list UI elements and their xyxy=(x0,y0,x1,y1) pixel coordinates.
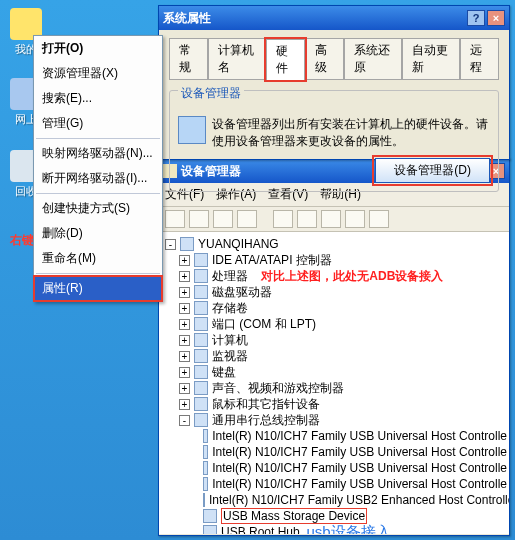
menu-separator xyxy=(36,193,160,194)
toolbar-button[interactable] xyxy=(189,210,209,228)
toolbar-button[interactable] xyxy=(165,210,185,228)
annotation: usb设备接入 xyxy=(306,523,390,535)
tree-item[interactable]: Intel(R) N10/ICH7 Family USB2 Enhanced H… xyxy=(161,492,507,508)
menu-explorer[interactable]: 资源管理器(X) xyxy=(34,61,162,86)
tree-item[interactable]: USB Root Hub usb设备接入 xyxy=(161,524,507,534)
controller-icon xyxy=(194,253,208,267)
titlebar[interactable]: 系统属性 ? × xyxy=(159,6,509,30)
tree-label: 通用串行总线控制器 xyxy=(212,412,320,429)
tree-item[interactable]: Intel(R) N10/ICH7 Family USB Universal H… xyxy=(161,460,507,476)
menu-open[interactable]: 打开(O) xyxy=(34,36,162,61)
group-title: 设备管理器 xyxy=(178,85,244,102)
tree-label: USB Root Hub xyxy=(221,525,300,534)
menu-separator xyxy=(36,138,160,139)
cpu-icon xyxy=(194,269,208,283)
tab-auto-update[interactable]: 自动更新 xyxy=(402,38,460,79)
tree-label: Intel(R) N10/ICH7 Family USB2 Enhanced H… xyxy=(209,493,509,507)
toolbar-button[interactable] xyxy=(345,210,365,228)
expand-icon[interactable]: + xyxy=(179,399,190,410)
tree-item[interactable]: Intel(R) N10/ICH7 Family USB Universal H… xyxy=(161,476,507,492)
close-button[interactable]: × xyxy=(487,10,505,26)
tab-computer-name[interactable]: 计算机名 xyxy=(208,38,266,79)
tree-category[interactable]: +存储卷 xyxy=(161,300,507,316)
tree-label: 磁盘驱动器 xyxy=(212,284,272,301)
usb-device-icon xyxy=(203,509,217,523)
tree-category[interactable]: +声音、视频和游戏控制器 xyxy=(161,380,507,396)
tree-item[interactable]: Intel(R) N10/ICH7 Family USB Universal H… xyxy=(161,444,507,460)
toolbar-button[interactable] xyxy=(213,210,233,228)
menu-create-shortcut[interactable]: 创建快捷方式(S) xyxy=(34,196,162,221)
tree-category[interactable]: +磁盘驱动器 xyxy=(161,284,507,300)
tree-category[interactable]: -通用串行总线控制器 xyxy=(161,412,507,428)
tree-label: 存储卷 xyxy=(212,300,248,317)
expand-icon[interactable]: + xyxy=(179,255,190,266)
tree-label: IDE ATA/ATAPI 控制器 xyxy=(212,252,332,269)
tree-label: 鼠标和其它指针设备 xyxy=(212,396,320,413)
toolbar-button[interactable] xyxy=(237,210,257,228)
tab-remote[interactable]: 远程 xyxy=(460,38,499,79)
tree-label: 键盘 xyxy=(212,364,236,381)
toolbar-button[interactable] xyxy=(273,210,293,228)
tree-root[interactable]: -YUANQIHANG xyxy=(161,236,507,252)
usb-device-icon xyxy=(203,461,208,475)
help-button[interactable]: ? xyxy=(467,10,485,26)
collapse-icon[interactable]: - xyxy=(165,239,176,250)
tree-label: 声音、视频和游戏控制器 xyxy=(212,380,344,397)
toolbar xyxy=(159,207,509,232)
keyboard-icon xyxy=(194,365,208,379)
port-icon xyxy=(194,317,208,331)
menu-manage[interactable]: 管理(G) xyxy=(34,111,162,136)
toolbar-button[interactable] xyxy=(297,210,317,228)
tree-label: 端口 (COM 和 LPT) xyxy=(212,316,316,333)
tree-label: 处理器 xyxy=(212,268,248,285)
device-tree[interactable]: -YUANQIHANG +IDE ATA/ATAPI 控制器 +处理器 对比上述… xyxy=(159,232,509,534)
device-manager-window: 设备管理器 _ □ × 文件(F) 操作(A) 查看(V) 帮助(H) -YUA… xyxy=(158,158,510,536)
expand-icon[interactable]: + xyxy=(179,351,190,362)
menu-delete[interactable]: 删除(D) xyxy=(34,221,162,246)
menu-rename[interactable]: 重命名(M) xyxy=(34,246,162,271)
collapse-icon[interactable]: - xyxy=(179,415,190,426)
expand-icon[interactable]: + xyxy=(179,271,190,282)
tab-hardware[interactable]: 硬件 xyxy=(266,39,305,80)
tree-label: 计算机 xyxy=(212,332,248,349)
computer-icon xyxy=(180,237,194,251)
tab-advanced[interactable]: 高级 xyxy=(305,38,344,79)
tab-general[interactable]: 常规 xyxy=(169,38,208,79)
device-manager-button[interactable]: 设备管理器(D) xyxy=(375,158,490,183)
tree-item[interactable]: Intel(R) N10/ICH7 Family USB Universal H… xyxy=(161,428,507,444)
annotation: 对比上述图，此处无ADB设备接入 xyxy=(261,268,443,285)
sound-icon xyxy=(194,381,208,395)
menu-properties[interactable]: 属性(R) xyxy=(34,276,162,301)
tree-label: Intel(R) N10/ICH7 Family USB Universal H… xyxy=(212,477,507,491)
menu-separator xyxy=(36,273,160,274)
mouse-icon xyxy=(194,397,208,411)
usb-device-icon xyxy=(203,445,208,459)
tree-category[interactable]: +监视器 xyxy=(161,348,507,364)
menu-map-drive[interactable]: 映射网络驱动器(N)... xyxy=(34,141,162,166)
toolbar-button[interactable] xyxy=(321,210,341,228)
menu-disconnect-drive[interactable]: 断开网络驱动器(I)... xyxy=(34,166,162,191)
tab-restore[interactable]: 系统还原 xyxy=(344,38,402,79)
usb-device-icon xyxy=(203,493,205,507)
system-properties-window: 系统属性 ? × 常规 计算机名 硬件 高级 系统还原 自动更新 远程 设备管理… xyxy=(158,5,510,160)
tree-category[interactable]: +计算机 xyxy=(161,332,507,348)
computer-icon xyxy=(194,333,208,347)
expand-icon[interactable]: + xyxy=(179,367,190,378)
menu-search[interactable]: 搜索(E)... xyxy=(34,86,162,111)
tree-category[interactable]: +处理器 对比上述图，此处无ADB设备接入 xyxy=(161,268,507,284)
tree-category[interactable]: +IDE ATA/ATAPI 控制器 xyxy=(161,252,507,268)
tree-category[interactable]: +端口 (COM 和 LPT) xyxy=(161,316,507,332)
usb-device-icon xyxy=(203,429,208,443)
tree-label: Intel(R) N10/ICH7 Family USB Universal H… xyxy=(212,429,507,443)
tree-category[interactable]: +鼠标和其它指针设备 xyxy=(161,396,507,412)
expand-icon[interactable]: + xyxy=(179,383,190,394)
expand-icon[interactable]: + xyxy=(179,287,190,298)
expand-icon[interactable]: + xyxy=(179,335,190,346)
expand-icon[interactable]: + xyxy=(179,303,190,314)
expand-icon[interactable]: + xyxy=(179,319,190,330)
toolbar-button[interactable] xyxy=(369,210,389,228)
tree-label: YUANQIHANG xyxy=(198,237,279,251)
monitor-icon xyxy=(194,349,208,363)
volume-icon xyxy=(194,301,208,315)
tree-category[interactable]: +键盘 xyxy=(161,364,507,380)
